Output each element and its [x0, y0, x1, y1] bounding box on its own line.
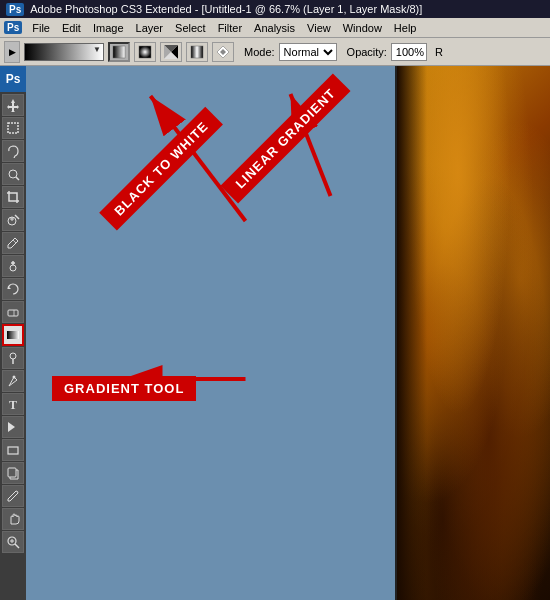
menu-image[interactable]: Image	[87, 20, 130, 36]
svg-point-23	[10, 353, 16, 359]
menu-ps-logo: Ps	[4, 21, 22, 34]
svg-line-17	[13, 240, 16, 243]
svg-rect-1	[139, 46, 151, 58]
svg-point-25	[13, 376, 16, 379]
tool-marquee[interactable]	[2, 117, 24, 139]
tool-lasso[interactable]	[2, 140, 24, 162]
tool-healing[interactable]	[2, 209, 24, 231]
title-bar: Ps Adobe Photoshop CS3 Extended - [Untit…	[0, 0, 550, 18]
svg-line-12	[16, 177, 19, 180]
tool-eraser[interactable]	[2, 301, 24, 323]
tool-path-selection[interactable]	[2, 416, 24, 438]
ps-logo: Ps	[6, 3, 24, 16]
gradient-tool-label: GRADIENT TOOL	[52, 376, 196, 401]
canvas-blue-area	[26, 66, 395, 600]
canvas-area[interactable]: BLACK TO WHITE LINEAR GRADIENT GRADIENT …	[26, 66, 550, 600]
menu-view[interactable]: View	[301, 20, 337, 36]
tool-brush[interactable]	[2, 232, 24, 254]
menu-file[interactable]: File	[26, 20, 56, 36]
tool-gradient[interactable]	[2, 324, 24, 346]
tool-move[interactable]	[2, 94, 24, 116]
tool-crop[interactable]	[2, 186, 24, 208]
menu-filter[interactable]: Filter	[212, 20, 248, 36]
ps-icon-bar: Ps	[0, 66, 26, 92]
tool-history[interactable]	[2, 278, 24, 300]
mode-select[interactable]: Normal	[279, 43, 337, 61]
svg-rect-20	[8, 310, 18, 316]
tool-magic-wand[interactable]	[2, 163, 24, 185]
svg-rect-0	[113, 46, 125, 58]
opacity-label: Opacity:	[347, 46, 387, 58]
main-area: Ps	[0, 66, 550, 600]
tool-dodge[interactable]	[2, 347, 24, 369]
svg-rect-29	[8, 468, 16, 477]
svg-rect-28	[8, 447, 18, 454]
menu-help[interactable]: Help	[388, 20, 423, 36]
mode-label: Mode:	[244, 46, 275, 58]
ps-sidebar-logo: Ps	[6, 72, 21, 86]
svg-marker-9	[7, 99, 19, 112]
tool-eyedropper[interactable]	[2, 485, 24, 507]
toolbar: T	[0, 92, 26, 600]
reverse-label: R	[435, 46, 443, 58]
left-panel: Ps	[0, 66, 26, 600]
menu-layer[interactable]: Layer	[130, 20, 170, 36]
photo-texture	[395, 66, 550, 600]
svg-text:T: T	[9, 398, 17, 411]
svg-marker-19	[8, 286, 11, 289]
tool-shape[interactable]	[2, 439, 24, 461]
radial-gradient-btn[interactable]	[134, 42, 156, 62]
menu-window[interactable]: Window	[337, 20, 388, 36]
menu-bar: Ps File Edit Image Layer Select Filter A…	[0, 18, 550, 38]
menu-edit[interactable]: Edit	[56, 20, 87, 36]
svg-point-11	[9, 170, 17, 178]
svg-rect-22	[7, 331, 19, 339]
gradient-picker[interactable]	[24, 43, 104, 61]
tool-type[interactable]: T	[2, 393, 24, 415]
svg-line-31	[15, 544, 19, 548]
linear-gradient-btn[interactable]	[108, 42, 130, 62]
gradient-tool-label-row: GRADIENT TOOL	[52, 376, 196, 401]
tool-zoom[interactable]	[2, 531, 24, 553]
tool-hand[interactable]	[2, 508, 24, 530]
svg-rect-10	[8, 123, 18, 133]
tool-notes[interactable]	[2, 462, 24, 484]
svg-marker-27	[8, 422, 15, 432]
tool-pen[interactable]	[2, 370, 24, 392]
angle-gradient-btn[interactable]	[160, 42, 182, 62]
reflected-gradient-btn[interactable]	[186, 42, 208, 62]
options-arrow[interactable]: ▶	[4, 41, 20, 63]
svg-point-18	[10, 265, 16, 271]
menu-select[interactable]: Select	[169, 20, 212, 36]
svg-rect-6	[191, 46, 203, 58]
options-bar: ▶ Mode: Normal Opacity: R	[0, 38, 550, 66]
menu-analysis[interactable]: Analysis	[248, 20, 301, 36]
opacity-input[interactable]	[391, 43, 427, 61]
title-text: Adobe Photoshop CS3 Extended - [Untitled…	[30, 3, 422, 15]
diamond-gradient-btn[interactable]	[212, 42, 234, 62]
tool-clone[interactable]	[2, 255, 24, 277]
